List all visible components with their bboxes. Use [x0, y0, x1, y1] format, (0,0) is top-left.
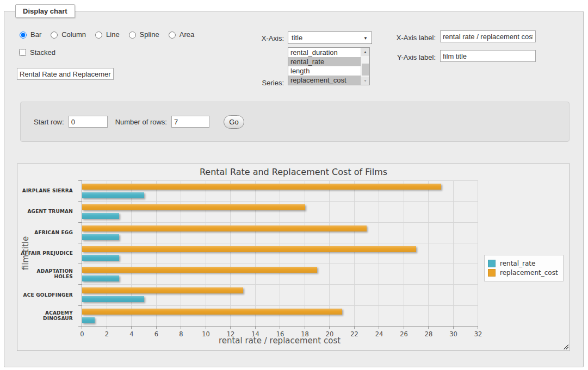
- x-axis-tick: [329, 326, 330, 329]
- bar-replacement_cost: [82, 246, 416, 252]
- bar-replacement_cost: [82, 204, 305, 210]
- bar-rental_rate: [82, 296, 144, 302]
- chart-type-label-line: Line: [106, 30, 120, 39]
- number-of-rows-label: Number of rows:: [115, 118, 167, 126]
- go-button[interactable]: Go: [224, 115, 244, 129]
- chart-type-radio-spline[interactable]: [129, 32, 136, 39]
- gridline: [82, 243, 478, 243]
- gridline: [428, 180, 429, 326]
- gridline: [478, 180, 478, 326]
- x-axis-tick: [156, 326, 157, 329]
- panel-legend: Display chart: [15, 4, 75, 18]
- y-axis-tick: [78, 243, 82, 243]
- legend-swatch: [488, 260, 496, 267]
- chart-card: Rental Rate and Replacement Cost of Film…: [17, 164, 570, 351]
- chart-type-radio-area[interactable]: [169, 32, 176, 39]
- gridline: [453, 180, 454, 326]
- display-chart-panel: Display chart BarColumnLineSplineArea St…: [4, 11, 584, 367]
- gridline: [305, 180, 305, 326]
- stacked-row: Stacked: [17, 47, 55, 58]
- bar-rental_rate: [82, 255, 119, 261]
- category-label: ACE GOLDFINGER: [17, 284, 73, 305]
- chart-type-label-area: Area: [180, 30, 194, 39]
- plot-area: 02468101214161820222426283032: [82, 180, 478, 327]
- x-axis-tick: [82, 326, 82, 329]
- chart-type-radio-bar[interactable]: [20, 32, 27, 39]
- series-option-replacement_cost[interactable]: replacement_cost: [288, 76, 361, 85]
- start-row-label: Start row:: [34, 118, 64, 126]
- y-axis-label-input[interactable]: [440, 50, 536, 62]
- legend-swatch: [488, 269, 496, 277]
- bar-replacement_cost: [82, 309, 342, 315]
- y-axis-tick: [78, 284, 82, 285]
- x-axis-selected-value: title: [292, 34, 302, 42]
- gridline: [181, 180, 181, 326]
- gridline: [156, 180, 157, 326]
- resize-handle-icon[interactable]: [562, 343, 568, 349]
- bar-rental_rate: [82, 275, 119, 281]
- gridline: [131, 180, 132, 326]
- x-axis-tick: [107, 326, 107, 329]
- gridline: [82, 284, 478, 285]
- gridline: [206, 180, 206, 326]
- x-axis-tick: [280, 326, 280, 329]
- bar-replacement_cost: [82, 225, 367, 231]
- series-option-length[interactable]: length: [288, 66, 361, 76]
- x-axis-tick: [379, 326, 379, 329]
- bar-rental_rate: [82, 213, 119, 219]
- y-axis-tick: [78, 305, 82, 306]
- chart-type-label-column: Column: [61, 30, 86, 39]
- category-label: AIRPLANE SIERRA: [17, 180, 73, 201]
- chart-title-input[interactable]: [17, 68, 114, 80]
- bar-replacement_cost: [82, 184, 441, 190]
- number-of-rows-input[interactable]: [171, 116, 209, 128]
- gridline: [82, 305, 478, 306]
- gridline: [82, 222, 478, 223]
- gridline: [280, 180, 280, 326]
- bar-rental_rate: [82, 192, 144, 198]
- gridline: [82, 264, 478, 264]
- x-axis-tick: [230, 326, 231, 329]
- x-axis-tick: [181, 326, 181, 329]
- scroll-down-icon[interactable]: ▼: [361, 77, 369, 85]
- chart-title: Rental Rate and Replacement Cost of Film…: [17, 167, 570, 177]
- gridline: [379, 180, 379, 326]
- x-axis-tick: [255, 326, 256, 329]
- category-label: AGENT TRUMAN: [17, 201, 73, 222]
- x-axis-tick: [453, 326, 454, 329]
- y-axis-tick: [78, 180, 82, 181]
- scrollbar-thumb[interactable]: [362, 64, 369, 76]
- legend-label: rental_rate: [500, 260, 535, 267]
- y-axis-tick: [78, 264, 82, 264]
- chart-type-radio-line[interactable]: [95, 32, 102, 39]
- stacked-checkbox[interactable]: [19, 49, 26, 56]
- chart-type-label-bar: Bar: [30, 30, 41, 39]
- x-axis-tick: [404, 326, 404, 329]
- y-axis-tick: [78, 222, 82, 223]
- x-axis-label-input[interactable]: [440, 30, 536, 42]
- chart-type-label-spline: Spline: [140, 30, 159, 39]
- bar-replacement_cost: [82, 287, 243, 293]
- gridline: [329, 180, 330, 326]
- x-axis-title: rental rate / replacement cost: [82, 336, 478, 346]
- start-row-input[interactable]: [69, 116, 108, 128]
- bar-rental_rate: [82, 317, 95, 323]
- gridline: [404, 180, 404, 326]
- y-axis-label-label: Y-Axis label:: [331, 53, 436, 61]
- x-axis-tick: [206, 326, 206, 329]
- x-axis-label-label: X-Axis label:: [331, 34, 436, 42]
- y-axis-tick: [78, 201, 82, 202]
- x-axis-tick: [354, 326, 355, 329]
- y-axis-title: film title: [21, 236, 30, 270]
- x-axis-tick: [305, 326, 305, 329]
- legend-label: replacement_cost: [500, 269, 558, 277]
- gridline: [107, 180, 107, 326]
- category-label: ACADEMY DINOSAUR: [17, 305, 73, 326]
- gridline: [354, 180, 355, 326]
- y-axis-tick: [78, 326, 82, 327]
- row-range-panel: Start row: Number of rows: Go: [20, 102, 570, 142]
- chart-type-radio-column[interactable]: [51, 32, 58, 39]
- gridline: [230, 180, 231, 326]
- x-axis-tick: [478, 326, 478, 329]
- x-axis-tick: [131, 326, 132, 329]
